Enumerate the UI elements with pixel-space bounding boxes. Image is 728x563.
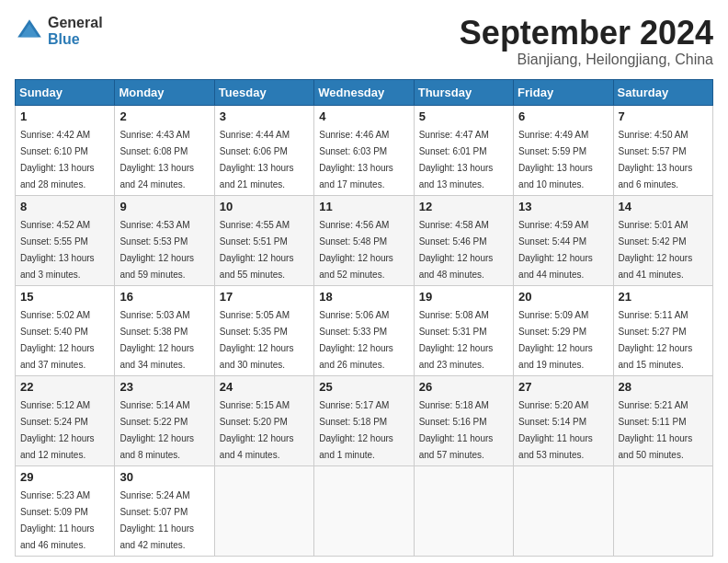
day-number: 2 — [119, 109, 209, 123]
day-info: Sunrise: 5:14 AMSunset: 5:22 PMDaylight:… — [119, 400, 194, 460]
day-number: 13 — [518, 200, 608, 213]
calendar-day-3: 3 Sunrise: 4:44 AMSunset: 6:06 PMDayligh… — [214, 105, 313, 195]
calendar-day-4: 4 Sunrise: 4:46 AMSunset: 6:03 PMDayligh… — [314, 105, 414, 195]
calendar-day-26: 26 Sunrise: 5:18 AMSunset: 5:16 PMDaylig… — [414, 375, 513, 465]
day-number: 4 — [319, 109, 408, 123]
calendar-day-6: 6 Sunrise: 4:49 AMSunset: 5:59 PMDayligh… — [514, 105, 613, 195]
day-number: 29 — [20, 470, 109, 484]
calendar-day-1: 1 Sunrise: 4:42 AMSunset: 6:10 PMDayligh… — [16, 105, 115, 195]
day-info: Sunrise: 4:56 AMSunset: 5:48 PMDaylight:… — [319, 220, 393, 280]
calendar-day-29: 29 Sunrise: 5:23 AMSunset: 5:09 PMDaylig… — [16, 465, 115, 556]
calendar-day-10: 10 Sunrise: 4:55 AMSunset: 5:51 PMDaylig… — [214, 195, 313, 285]
page-header: General Blue September 2024 Bianjiang, H… — [15, 15, 713, 68]
day-number: 5 — [419, 109, 508, 123]
day-number: 20 — [518, 290, 608, 304]
col-thursday: Thursday — [414, 79, 513, 105]
calendar-day-8: 8 Sunrise: 4:52 AMSunset: 5:55 PMDayligh… — [16, 195, 115, 285]
day-number: 8 — [20, 200, 109, 213]
day-info: Sunrise: 4:47 AMSunset: 6:01 PMDaylight:… — [419, 130, 494, 190]
calendar-day-21: 21 Sunrise: 5:11 AMSunset: 5:27 PMDaylig… — [613, 285, 712, 375]
empty-cell — [314, 465, 414, 556]
col-tuesday: Tuesday — [214, 79, 313, 105]
day-info: Sunrise: 4:46 AMSunset: 6:03 PMDaylight:… — [319, 130, 393, 190]
empty-cell — [514, 465, 613, 556]
day-number: 28 — [619, 380, 708, 394]
day-info: Sunrise: 4:53 AMSunset: 5:53 PMDaylight:… — [119, 220, 194, 280]
day-info: Sunrise: 4:58 AMSunset: 5:46 PMDaylight:… — [419, 220, 494, 280]
title-block: September 2024 Bianjiang, Heilongjiang, … — [460, 15, 713, 68]
month-title: September 2024 — [460, 15, 713, 52]
day-number: 23 — [119, 380, 209, 394]
day-number: 3 — [220, 109, 309, 123]
day-info: Sunrise: 5:05 AMSunset: 5:35 PMDaylight:… — [220, 310, 294, 370]
day-number: 21 — [619, 290, 708, 304]
calendar-day-5: 5 Sunrise: 4:47 AMSunset: 6:01 PMDayligh… — [414, 105, 513, 195]
day-number: 9 — [119, 200, 209, 213]
day-info: Sunrise: 5:20 AMSunset: 5:14 PMDaylight:… — [518, 400, 593, 460]
day-info: Sunrise: 5:01 AMSunset: 5:42 PMDaylight:… — [619, 220, 693, 280]
day-info: Sunrise: 5:09 AMSunset: 5:29 PMDaylight:… — [518, 310, 593, 370]
day-info: Sunrise: 5:12 AMSunset: 5:24 PMDaylight:… — [20, 400, 95, 460]
calendar-day-14: 14 Sunrise: 5:01 AMSunset: 5:42 PMDaylig… — [613, 195, 712, 285]
location-subtitle: Bianjiang, Heilongjiang, China — [460, 52, 713, 68]
day-info: Sunrise: 4:44 AMSunset: 6:06 PMDaylight:… — [220, 130, 294, 190]
day-info: Sunrise: 4:50 AMSunset: 5:57 PMDaylight:… — [619, 130, 693, 190]
col-saturday: Saturday — [613, 79, 712, 105]
day-number: 16 — [119, 290, 209, 304]
calendar-day-27: 27 Sunrise: 5:20 AMSunset: 5:14 PMDaylig… — [514, 375, 613, 465]
day-info: Sunrise: 5:11 AMSunset: 5:27 PMDaylight:… — [619, 310, 693, 370]
logo-general-text: General — [48, 15, 103, 31]
day-number: 12 — [419, 200, 508, 213]
calendar-day-18: 18 Sunrise: 5:06 AMSunset: 5:33 PMDaylig… — [314, 285, 414, 375]
day-info: Sunrise: 4:42 AMSunset: 6:10 PMDaylight:… — [20, 130, 95, 190]
calendar-day-7: 7 Sunrise: 4:50 AMSunset: 5:57 PMDayligh… — [613, 105, 712, 195]
calendar-day-23: 23 Sunrise: 5:14 AMSunset: 5:22 PMDaylig… — [115, 375, 214, 465]
day-number: 7 — [619, 109, 708, 123]
day-info: Sunrise: 5:21 AMSunset: 5:11 PMDaylight:… — [619, 400, 693, 460]
calendar-day-13: 13 Sunrise: 4:59 AMSunset: 5:44 PMDaylig… — [514, 195, 613, 285]
empty-cell — [414, 465, 513, 556]
day-number: 22 — [20, 380, 109, 394]
day-number: 18 — [319, 290, 408, 304]
calendar-day-12: 12 Sunrise: 4:58 AMSunset: 5:46 PMDaylig… — [414, 195, 513, 285]
calendar-day-20: 20 Sunrise: 5:09 AMSunset: 5:29 PMDaylig… — [514, 285, 613, 375]
calendar-day-30: 30 Sunrise: 5:24 AMSunset: 5:07 PMDaylig… — [115, 465, 214, 556]
day-info: Sunrise: 5:06 AMSunset: 5:33 PMDaylight:… — [319, 310, 393, 370]
day-number: 19 — [419, 290, 508, 304]
day-info: Sunrise: 5:24 AMSunset: 5:07 PMDaylight:… — [119, 490, 194, 550]
day-info: Sunrise: 5:23 AMSunset: 5:09 PMDaylight:… — [20, 490, 95, 550]
day-number: 10 — [220, 200, 309, 213]
day-number: 1 — [20, 109, 109, 123]
calendar-table: Sunday Monday Tuesday Wednesday Thursday… — [15, 79, 713, 557]
logo: General Blue — [15, 15, 103, 47]
day-info: Sunrise: 4:49 AMSunset: 5:59 PMDaylight:… — [518, 130, 593, 190]
calendar-day-19: 19 Sunrise: 5:08 AMSunset: 5:31 PMDaylig… — [414, 285, 513, 375]
calendar-day-11: 11 Sunrise: 4:56 AMSunset: 5:48 PMDaylig… — [314, 195, 414, 285]
day-number: 25 — [319, 380, 408, 394]
day-info: Sunrise: 4:52 AMSunset: 5:55 PMDaylight:… — [20, 220, 95, 280]
day-info: Sunrise: 5:03 AMSunset: 5:38 PMDaylight:… — [119, 310, 194, 370]
col-friday: Friday — [514, 79, 613, 105]
day-number: 24 — [220, 380, 309, 394]
day-number: 27 — [518, 380, 608, 394]
day-info: Sunrise: 4:43 AMSunset: 6:08 PMDaylight:… — [119, 130, 194, 190]
day-info: Sunrise: 5:17 AMSunset: 5:18 PMDaylight:… — [319, 400, 393, 460]
day-info: Sunrise: 5:18 AMSunset: 5:16 PMDaylight:… — [419, 400, 494, 460]
day-number: 11 — [319, 200, 408, 213]
day-number: 17 — [220, 290, 309, 304]
col-monday: Monday — [115, 79, 214, 105]
day-number: 14 — [619, 200, 708, 213]
calendar-day-17: 17 Sunrise: 5:05 AMSunset: 5:35 PMDaylig… — [214, 285, 313, 375]
day-number: 26 — [419, 380, 508, 394]
calendar-day-22: 22 Sunrise: 5:12 AMSunset: 5:24 PMDaylig… — [16, 375, 115, 465]
day-number: 15 — [20, 290, 109, 304]
logo-icon — [15, 17, 44, 46]
calendar-day-15: 15 Sunrise: 5:02 AMSunset: 5:40 PMDaylig… — [16, 285, 115, 375]
day-info: Sunrise: 5:08 AMSunset: 5:31 PMDaylight:… — [419, 310, 494, 370]
weekday-header-row: Sunday Monday Tuesday Wednesday Thursday… — [16, 79, 713, 105]
empty-cell — [613, 465, 712, 556]
day-number: 6 — [518, 109, 608, 123]
col-wednesday: Wednesday — [314, 79, 414, 105]
calendar-day-24: 24 Sunrise: 5:15 AMSunset: 5:20 PMDaylig… — [214, 375, 313, 465]
logo-blue-text: Blue — [48, 31, 103, 48]
